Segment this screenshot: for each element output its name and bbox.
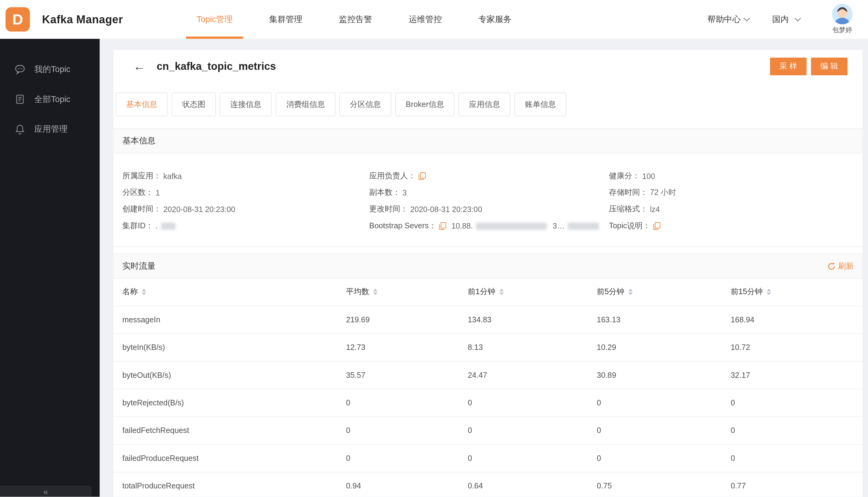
field-partition-count: 分区数： 1: [122, 184, 369, 201]
copy-icon[interactable]: [439, 222, 446, 230]
title-actions: 采 样 编 辑: [770, 58, 848, 75]
cell-value: 0: [337, 444, 459, 472]
column-label: 前1分钟: [468, 287, 495, 297]
field-label: Topic说明：: [609, 221, 650, 231]
field-health-score: 健康分： 100: [609, 168, 863, 184]
tab-status-chart[interactable]: 状态图: [172, 93, 216, 116]
nav-item-monitor[interactable]: 监控告警: [321, 0, 391, 39]
field-value: lz4: [650, 205, 660, 214]
back-arrow-icon[interactable]: ←: [133, 60, 146, 73]
refresh-button[interactable]: 刷新: [828, 261, 854, 271]
app-management-icon: [14, 124, 26, 134]
copy-icon[interactable]: [418, 172, 425, 180]
sort-icon[interactable]: [142, 289, 146, 295]
tab-consumer-group-info[interactable]: 消费组信息: [276, 93, 335, 116]
cell-value: 0: [337, 416, 459, 444]
main-nav: Topic管理 集群管理 监控告警 运维管控 专家服务: [178, 0, 530, 39]
brand-logo-icon[interactable]: D: [5, 7, 30, 31]
nav-item-label: 运维管控: [408, 14, 442, 25]
tab-broker-info[interactable]: Broker信息: [395, 93, 454, 116]
tab-connection-info[interactable]: 连接信息: [220, 93, 272, 116]
sidebar-collapse-button[interactable]: «: [0, 486, 91, 497]
document-icon: [14, 94, 26, 104]
tab-label: 应用信息: [469, 99, 500, 109]
field-label: 压缩格式：: [609, 204, 648, 214]
field-cluster-id: 集群ID： .: [122, 217, 369, 234]
refresh-icon: [828, 262, 835, 270]
field-label: Bootstrap Severs：: [370, 221, 436, 231]
tab-label: 状态图: [182, 99, 205, 109]
field-value: 1: [156, 188, 160, 197]
cell-metric-name: failedProduceRequest: [114, 444, 337, 472]
tab-app-info[interactable]: 应用信息: [459, 93, 510, 116]
cell-value: 163.13: [588, 306, 722, 333]
field-value: .: [156, 222, 158, 230]
page-title: cn_kafka_topic_metrics: [157, 60, 276, 73]
tab-basic-info[interactable]: 基本信息: [116, 93, 168, 116]
section-title: 实时流量: [122, 261, 155, 271]
column-header-1min: 前1分钟: [459, 279, 588, 306]
field-retention-time: 存储时间： 72 小时: [609, 184, 863, 201]
sidebar-item-all-topic[interactable]: 全部Topic: [0, 84, 100, 114]
sort-icon[interactable]: [766, 289, 771, 295]
sidebar-item-my-topic[interactable]: 我的Topic: [0, 54, 100, 84]
cell-value: 0: [588, 416, 722, 444]
sidebar-item-label: 我的Topic: [34, 64, 70, 74]
user-menu[interactable]: 包梦婷: [832, 4, 853, 35]
nav-item-cluster[interactable]: 集群管理: [251, 0, 321, 39]
column-label: 名称: [122, 287, 138, 297]
nav-item-label: Topic管理: [197, 14, 233, 25]
collapse-icon: «: [43, 486, 48, 496]
realtime-traffic-section: 实时流量 刷新 名称: [114, 254, 863, 497]
avatar[interactable]: [832, 4, 853, 25]
nav-item-topic[interactable]: Topic管理: [178, 0, 251, 39]
column-header-avg: 平均数: [337, 279, 459, 306]
field-modify-time: 更改时间： 2020-08-31 20:23:00: [370, 201, 609, 217]
sort-icon[interactable]: [499, 289, 504, 295]
field-value: 2020-08-31 20:23:00: [163, 205, 235, 214]
cell-value: 168.94: [722, 306, 863, 333]
table-row: byteOut(KB/s) 35.57 24.47 30.89 32.17: [114, 361, 863, 388]
chat-icon: [14, 64, 26, 75]
sample-button[interactable]: 采 样: [770, 58, 807, 75]
sidebar-item-label: 应用管理: [34, 124, 67, 134]
refresh-label: 刷新: [838, 261, 854, 271]
column-label: 前5分钟: [597, 287, 624, 297]
chevron-down-icon: [795, 15, 801, 21]
column-label: 平均数: [346, 287, 370, 297]
cell-value: 0: [588, 444, 722, 472]
table-header-row: 名称 平均数 前1分钟 前5分钟: [114, 279, 863, 306]
help-center-menu[interactable]: 帮助中心: [708, 14, 749, 25]
sort-icon[interactable]: [373, 289, 377, 295]
detail-tabs: 基本信息 状态图 连接信息 消费组信息 分区信息 Broker信息 应用信息 账…: [114, 83, 863, 116]
field-app-owner: 应用负责人：: [370, 168, 609, 184]
sidebar: 我的Topic 全部Topic 应用管理 «: [0, 39, 100, 497]
main-content: ← cn_kafka_topic_metrics 采 样 编 辑 基本信息 状态…: [114, 50, 863, 497]
sidebar-item-app-management[interactable]: 应用管理: [0, 114, 100, 144]
field-create-time: 创建时间： 2020-08-31 20:23:00: [122, 201, 369, 217]
cell-value: 10.29: [588, 333, 722, 361]
logo-letter: D: [12, 11, 23, 28]
nav-item-ops[interactable]: 运维管控: [391, 0, 460, 39]
nav-item-expert[interactable]: 专家服务: [460, 0, 530, 39]
cell-value: 0: [588, 389, 722, 416]
field-value: 10.88.: [451, 222, 473, 230]
tab-bill-info[interactable]: 账单信息: [514, 93, 566, 116]
tab-partition-info[interactable]: 分区信息: [339, 93, 391, 116]
sidebar-item-label: 全部Topic: [34, 94, 70, 104]
cell-value: 0: [722, 416, 863, 444]
cell-value: 219.69: [337, 306, 459, 333]
region-selector[interactable]: 国内: [772, 14, 800, 25]
edit-button[interactable]: 编 辑: [811, 58, 848, 75]
table-row: failedFetchRequest 0 0 0 0: [114, 416, 863, 444]
copy-icon[interactable]: [653, 222, 660, 230]
cell-metric-name: failedFetchRequest: [114, 416, 337, 444]
field-value: kafka: [163, 172, 182, 181]
tab-label: 分区信息: [350, 99, 381, 109]
field-label: 所属应用：: [122, 171, 161, 181]
field-label: 创建时间：: [122, 204, 161, 214]
sort-icon[interactable]: [628, 289, 633, 295]
page-title-bar: ← cn_kafka_topic_metrics 采 样 编 辑: [114, 50, 863, 83]
tab-label: 连接信息: [230, 99, 261, 109]
field-owner-app: 所属应用： kafka: [122, 168, 369, 184]
